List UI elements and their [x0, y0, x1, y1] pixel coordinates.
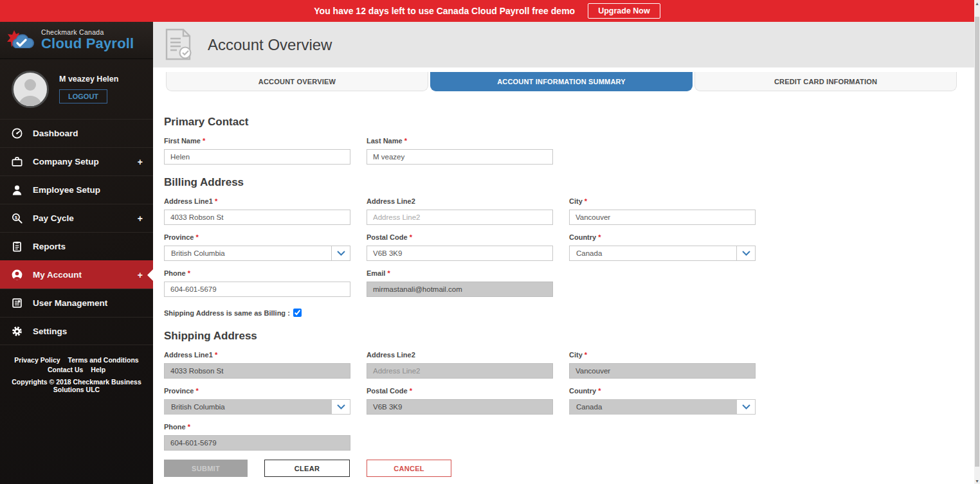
last-name-field: Last Name * — [367, 137, 553, 165]
sidebar-item-user-management[interactable]: User Management — [0, 289, 153, 317]
billing-email-input — [367, 282, 553, 297]
pay-search-icon: $ — [10, 212, 23, 225]
brand-line2: Cloud Payroll — [41, 36, 134, 51]
tab-credit-card-information[interactable]: CREDIT CARD INFORMATION — [694, 72, 957, 91]
shipping-address-heading: Shipping Address — [164, 330, 963, 343]
clipboard-icon — [10, 240, 23, 253]
scrollbar-thumb[interactable] — [975, 17, 979, 467]
shipping-city-input — [569, 363, 756, 379]
first-name-field: First Name * — [164, 137, 350, 165]
scrollbar-down-arrow-icon[interactable]: ▼ — [974, 478, 980, 484]
expand-plus-icon[interactable]: + — [138, 270, 143, 280]
billing-province-select[interactable]: British Columbia — [164, 246, 350, 261]
account-form: Primary Contact First Name * Last Name *… — [153, 116, 974, 477]
billing-province-field: Province * British Columbia — [164, 233, 350, 261]
clear-button[interactable]: CLEAR — [264, 460, 350, 477]
expand-plus-icon[interactable]: + — [138, 213, 143, 224]
logout-button[interactable]: LOGOUT — [59, 89, 107, 103]
page-title: Account Overview — [208, 36, 332, 54]
briefcase-icon — [10, 156, 23, 168]
user-panel: M veazey Helen LOGOUT — [0, 59, 153, 119]
sidebar-item-settings[interactable]: Settings — [0, 317, 153, 345]
cancel-button[interactable]: CANCEL — [367, 460, 451, 477]
billing-city-input[interactable] — [569, 210, 756, 225]
sidebar-item-pay-cycle[interactable]: $ Pay Cycle + — [0, 204, 153, 232]
submit-button[interactable]: SUBMIT — [164, 460, 248, 477]
last-name-input[interactable] — [367, 149, 553, 165]
upgrade-now-button[interactable]: Upgrade Now — [588, 3, 660, 19]
shipping-province-select: British Columbia — [164, 399, 350, 415]
sidebar-item-employee-setup[interactable]: Employee Setup — [0, 175, 153, 204]
shipping-address2-field: Address Line2 — [367, 351, 553, 379]
chevron-down-icon — [736, 400, 755, 414]
trial-banner: You have 12 days left to use Canada Clou… — [0, 0, 974, 22]
chevron-down-icon[interactable] — [736, 246, 755, 260]
shipping-country-field: Country * Canada — [569, 387, 756, 415]
billing-country-field: Country * Canada — [569, 233, 756, 261]
shipping-phone-input — [164, 435, 350, 451]
scrollbar-up-arrow-icon[interactable]: ▲ — [974, 0, 980, 6]
billing-address2-input[interactable] — [367, 210, 553, 225]
gear-icon — [10, 325, 23, 337]
billing-phone-input[interactable] — [164, 282, 350, 297]
sidebar: Checkmark Canada Cloud Payroll M veazey … — [0, 22, 153, 484]
shipping-address1-field: Address Line1 * — [164, 351, 350, 379]
active-item-notch — [147, 269, 153, 281]
copyright-text: Copyrights © 2018 Checkmark Business Sol… — [0, 378, 153, 393]
form-actions: SUBMIT CLEAR CANCEL — [164, 460, 963, 477]
billing-address1-field: Address Line1 * — [164, 197, 350, 225]
brand-logo: Checkmark Canada Cloud Payroll — [0, 22, 153, 59]
help-link[interactable]: Help — [91, 366, 105, 373]
account-document-icon — [164, 28, 194, 62]
privacy-policy-link[interactable]: Privacy Policy — [14, 356, 60, 364]
sidebar-nav: Dashboard Company Setup + Employee Setup… — [0, 119, 153, 345]
chevron-down-icon[interactable] — [331, 246, 350, 260]
shipping-country-select: Canada — [569, 399, 756, 415]
sidebar-item-company-setup[interactable]: Company Setup + — [0, 147, 153, 175]
primary-contact-heading: Primary Contact — [164, 116, 963, 129]
page-header: Account Overview — [153, 22, 974, 67]
svg-text:$: $ — [14, 215, 17, 220]
shipping-address1-input — [164, 363, 350, 379]
first-name-input[interactable] — [164, 149, 350, 165]
vertical-scrollbar[interactable]: ▲ ▼ — [974, 0, 980, 484]
contact-us-link[interactable]: Contact Us — [48, 366, 83, 373]
shipping-province-field: Province * British Columbia — [164, 387, 350, 415]
sidebar-item-reports[interactable]: Reports — [0, 232, 153, 260]
billing-phone-field: Phone * — [164, 269, 350, 297]
same-as-billing-row: Shipping Address is same as Billing : — [164, 309, 963, 317]
avatar — [12, 71, 49, 108]
terms-link[interactable]: Terms and Conditions — [68, 356, 139, 364]
sidebar-item-dashboard[interactable]: Dashboard — [0, 119, 153, 147]
billing-address2-field: Address Line2 — [367, 197, 553, 225]
user-list-icon — [10, 297, 23, 310]
dashboard-icon — [10, 127, 23, 140]
shipping-phone-field: Phone * — [164, 423, 350, 451]
same-as-billing-checkbox[interactable] — [293, 309, 302, 317]
sidebar-item-my-account[interactable]: My Account + — [0, 260, 153, 289]
billing-email-field: Email * — [367, 269, 553, 297]
billing-postal-code-field: Postal Code * — [367, 233, 553, 261]
shipping-postal-code-field: Postal Code * — [367, 387, 553, 415]
trial-message: You have 12 days left to use Canada Clou… — [314, 6, 575, 16]
user-name: M veazey Helen — [59, 75, 118, 84]
tab-account-overview[interactable]: ACCOUNT OVERVIEW — [166, 72, 428, 91]
shipping-address2-input — [367, 363, 553, 379]
shipping-city-field: City * — [569, 351, 756, 379]
account-person-circle-icon — [10, 269, 23, 282]
person-icon — [10, 184, 23, 197]
cloud-payroll-logo-icon — [5, 26, 40, 55]
tab-account-information-summary[interactable]: ACCOUNT INFORMATION SUMMARY — [430, 72, 693, 91]
billing-address-heading: Billing Address — [164, 176, 963, 189]
shipping-postal-code-input — [367, 399, 553, 415]
billing-postal-code-input[interactable] — [367, 246, 553, 261]
billing-city-field: City * — [569, 197, 756, 225]
tab-bar: ACCOUNT OVERVIEW ACCOUNT INFORMATION SUM… — [166, 72, 957, 91]
billing-country-select[interactable]: Canada — [569, 246, 756, 261]
expand-plus-icon[interactable]: + — [138, 157, 143, 167]
chevron-down-icon — [331, 400, 350, 414]
main-content: Account Overview ACCOUNT OVERVIEW ACCOUN… — [153, 22, 974, 484]
sidebar-footer: Privacy Policy Terms and Conditions Cont… — [0, 356, 153, 393]
billing-address1-input[interactable] — [164, 210, 350, 225]
